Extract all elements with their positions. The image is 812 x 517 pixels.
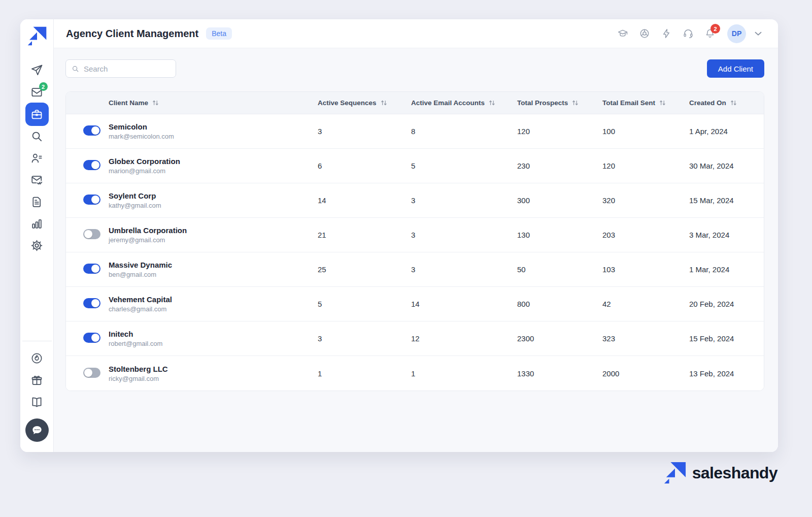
gift-icon bbox=[30, 374, 43, 386]
avatar[interactable]: DP bbox=[727, 24, 746, 43]
total-prospects-value: 800 bbox=[517, 300, 602, 308]
sidebar-item-analytics[interactable] bbox=[25, 213, 49, 235]
table-row: Globex Corporation marion@gmail.com 6 5 … bbox=[66, 149, 764, 183]
document-icon bbox=[30, 196, 43, 208]
browser-extension-button[interactable] bbox=[639, 28, 650, 39]
column-header-total-prospects[interactable]: Total Prospects bbox=[517, 99, 602, 107]
support-chat-button[interactable] bbox=[25, 418, 49, 442]
clients-table: Client Name Active Sequences Active Emai… bbox=[65, 91, 764, 391]
created-on-value: 1 Mar, 2024 bbox=[689, 265, 764, 274]
flame-circle-icon bbox=[30, 352, 43, 365]
client-status-toggle[interactable] bbox=[83, 125, 100, 136]
sidebar-item-rewards[interactable] bbox=[25, 369, 49, 391]
inbox-count-badge: 2 bbox=[39, 82, 48, 91]
toggle-knob bbox=[91, 126, 99, 135]
notifications-button[interactable]: 2 bbox=[704, 28, 716, 39]
academy-button[interactable] bbox=[617, 28, 628, 39]
client-name-cell: Initech robert@gmail.com bbox=[109, 330, 318, 347]
client-status-toggle[interactable] bbox=[83, 368, 100, 378]
toggle-knob bbox=[84, 230, 92, 238]
column-header-active-sequences[interactable]: Active Sequences bbox=[318, 99, 411, 107]
client-name-cell: Semicolon mark@semicolon.com bbox=[109, 122, 318, 140]
sidebar-item-whats-new[interactable] bbox=[25, 347, 49, 369]
sort-icon bbox=[572, 100, 579, 106]
active-sequences-value: 1 bbox=[318, 369, 411, 378]
book-icon bbox=[30, 396, 43, 408]
column-header-client-name[interactable]: Client Name bbox=[109, 99, 318, 107]
toggle-cell bbox=[66, 195, 109, 206]
client-email: charles@gmail.com bbox=[109, 305, 318, 313]
client-name: Globex Corporation bbox=[109, 157, 318, 166]
sidebar-item-knowledge-base[interactable] bbox=[25, 391, 49, 413]
client-email: marion@gmail.com bbox=[109, 167, 318, 175]
client-email: robert@gmail.com bbox=[109, 340, 318, 347]
toggle-knob bbox=[91, 265, 99, 273]
client-email: jeremy@gmail.com bbox=[109, 236, 318, 244]
quick-actions-button[interactable] bbox=[661, 28, 672, 39]
client-name-cell: Umbrella Corporation jeremy@gmail.com bbox=[109, 226, 318, 244]
client-email: mark@semicolon.com bbox=[109, 133, 318, 140]
toggle-knob bbox=[91, 196, 99, 204]
sidebar-item-templates[interactable] bbox=[25, 191, 49, 213]
footer-brand: saleshandy bbox=[663, 461, 777, 484]
toggle-cell bbox=[66, 160, 109, 172]
sort-icon bbox=[659, 100, 666, 106]
created-on-value: 1 Apr, 2024 bbox=[689, 127, 764, 136]
client-name: Soylent Corp bbox=[109, 191, 318, 200]
client-email: ben@gmail.com bbox=[109, 271, 318, 278]
support-button[interactable] bbox=[683, 28, 694, 39]
sidebar-item-leads[interactable] bbox=[25, 147, 49, 169]
sort-icon bbox=[489, 100, 495, 106]
gear-icon bbox=[30, 239, 43, 252]
client-name: Initech bbox=[109, 330, 318, 338]
sidebar: 2 bbox=[20, 19, 54, 452]
sidebar-item-prospect-search[interactable] bbox=[25, 125, 49, 147]
toolbar: Add Client bbox=[65, 59, 764, 78]
table-row: Massive Dynamic ben@gmail.com 25 3 50 10… bbox=[66, 252, 764, 287]
created-on-value: 13 Feb, 2024 bbox=[689, 369, 764, 378]
total-email-sent-value: 103 bbox=[602, 265, 689, 274]
client-name-cell: Globex Corporation marion@gmail.com bbox=[109, 157, 318, 175]
active-sequences-value: 21 bbox=[318, 231, 411, 239]
active-email-accounts-value: 12 bbox=[411, 334, 517, 343]
headset-icon bbox=[683, 28, 694, 39]
table-row: Semicolon mark@semicolon.com 3 8 120 100… bbox=[66, 114, 764, 149]
column-header-total-email-sent[interactable]: Total Email Sent bbox=[602, 99, 689, 107]
table-row: Umbrella Corporation jeremy@gmail.com 21… bbox=[66, 218, 764, 252]
created-on-value: 30 Mar, 2024 bbox=[689, 161, 764, 170]
total-email-sent-value: 320 bbox=[602, 196, 689, 205]
saleshandy-logo-icon bbox=[27, 26, 47, 46]
add-client-button[interactable]: Add Client bbox=[707, 59, 764, 78]
search-input[interactable] bbox=[84, 64, 170, 73]
sidebar-item-inbox[interactable]: 2 bbox=[25, 81, 49, 103]
toggle-knob bbox=[91, 334, 99, 342]
column-header-active-email-accounts[interactable]: Active Email Accounts bbox=[411, 99, 517, 107]
client-status-toggle[interactable] bbox=[83, 160, 100, 170]
column-header-created-on[interactable]: Created On bbox=[689, 99, 764, 107]
client-name: Stoltenberg LLC bbox=[109, 365, 318, 373]
client-status-toggle[interactable] bbox=[83, 229, 100, 239]
desktop-background: 2 bbox=[0, 0, 812, 517]
search-input-icon bbox=[72, 64, 79, 73]
active-email-accounts-value: 3 bbox=[411, 196, 517, 205]
table-row: Stoltenberg LLC ricky@gmail.com 1 1 1330… bbox=[66, 356, 764, 391]
sidebar-item-settings[interactable] bbox=[25, 235, 49, 256]
active-email-accounts-value: 3 bbox=[411, 265, 517, 274]
chevron-down-icon[interactable] bbox=[753, 28, 764, 39]
sidebar-item-email-accounts[interactable] bbox=[25, 169, 49, 191]
toggle-cell bbox=[66, 298, 109, 310]
client-status-toggle[interactable] bbox=[83, 195, 100, 205]
active-sequences-value: 5 bbox=[318, 300, 411, 308]
sidebar-item-clients[interactable] bbox=[25, 103, 49, 126]
active-sequences-value: 25 bbox=[318, 265, 411, 274]
saleshandy-logo-icon bbox=[663, 461, 687, 484]
graduation-cap-icon bbox=[617, 28, 628, 39]
active-sequences-value: 3 bbox=[318, 334, 411, 343]
client-status-toggle[interactable] bbox=[83, 264, 100, 274]
client-status-toggle[interactable] bbox=[83, 298, 100, 308]
total-prospects-value: 120 bbox=[517, 127, 602, 136]
client-status-toggle[interactable] bbox=[83, 333, 100, 343]
client-name-cell: Vehement Capital charles@gmail.com bbox=[109, 295, 318, 313]
briefcase-icon bbox=[30, 108, 43, 121]
sidebar-item-sequences[interactable] bbox=[25, 59, 49, 81]
